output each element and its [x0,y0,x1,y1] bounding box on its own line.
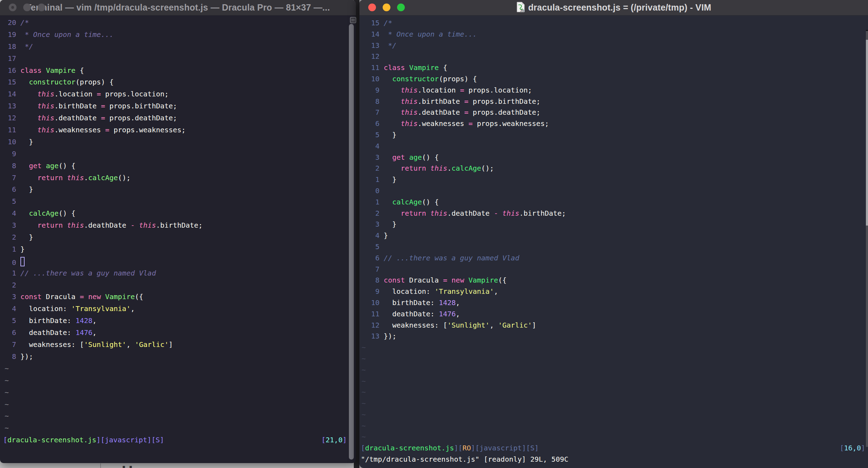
code-line[interactable]: 8 get age() { [0,160,356,172]
code-line[interactable]: 19 * Once upon a time... [0,29,356,41]
code-line[interactable]: 4} [359,230,868,241]
minimize-button[interactable] [23,4,31,11]
minimize-button[interactable] [383,4,390,11]
tilde-marker: ~ [362,343,366,352]
token: ({ [135,292,143,301]
terminal-titlebar[interactable]: Terminal — vim /tmp/dracula-screenshot.j… [0,0,356,15]
code-line[interactable]: 2 return this.calcAge(); [359,163,868,174]
code-line[interactable]: 8 this.birthDate = props.birthDate; [359,96,868,107]
code-line[interactable]: 10 } [0,136,356,148]
code-line[interactable]: 3 return this.deathDate - this.birthDate… [0,220,356,232]
code-line[interactable]: 0 [0,255,356,267]
code-line[interactable]: 10 constructor(props) { [359,74,868,85]
token: */ [20,42,33,51]
code-line[interactable]: 5 [0,196,356,208]
token [63,221,67,229]
code-line[interactable]: 13 this.birthDate = props.birthDate; [0,100,356,112]
token: { [439,63,447,72]
line-number: 4 [371,230,379,241]
code-line[interactable]: 12 weaknesses: ['Sunlight', 'Garlic'] [359,320,868,331]
code-line[interactable]: 12 [359,51,868,62]
line-number: 15 [371,18,379,29]
token: .birthDate [54,102,101,110]
code-line[interactable]: 7 weaknesses: ['Sunlight', 'Garlic'] [0,339,356,351]
code-line[interactable]: 11class Vampire { [359,62,868,74]
token: 1476 [76,328,92,337]
code-line[interactable]: 17 [0,53,356,65]
code-line[interactable]: 3 get age() { [359,152,868,163]
line-number: 3 [8,220,16,232]
code-line[interactable]: 12 this.deathDate = props.deathDate; [0,112,356,124]
code-line[interactable]: 5 } [359,129,868,141]
token: [ [321,436,326,444]
zoom-button[interactable] [397,4,405,11]
code-line[interactable]: 14 * Once upon a time... [359,29,868,40]
line-number: 6 [371,118,379,129]
token [426,209,430,217]
macvim-scrollbar[interactable] [866,40,868,226]
token: 21,0 [326,436,343,444]
code-line[interactable]: 4 location: 'Transylvania', [0,303,356,315]
code-line[interactable]: 11 deathDate: 1476, [359,309,868,320]
token: , [456,310,460,318]
code-line[interactable]: 6 deathDate: 1476, [0,327,356,339]
macvim-titlebar[interactable]: JS dracula-screenshot.js = (/private/tmp… [359,0,868,15]
code-line[interactable]: 7 [359,264,868,275]
code-line[interactable]: 2 return this.deathDate - this.birthDate… [359,208,868,219]
close-button[interactable] [368,4,376,11]
code-line[interactable]: 15/* [359,18,868,29]
line-number: 0 [371,185,379,197]
code-line[interactable]: 3 } [359,219,868,230]
zoom-button[interactable] [38,4,45,11]
code-line[interactable]: 14 this.location = props.location; [0,88,356,100]
code-line[interactable]: 2 [0,279,356,291]
tilde-marker: ~ [5,400,9,409]
code-line[interactable]: 1// ...there was a guy named Vlad [0,267,356,279]
line-number: 2 [8,279,16,291]
code-line[interactable]: 7 this.deathDate = props.deathDate; [359,107,868,118]
split-pane-icon[interactable] [350,17,356,23]
code-line[interactable]: 9 this.location = props.location; [359,85,868,96]
line-number: 10 [8,136,16,148]
code-line[interactable]: 9 [0,148,356,160]
code-line[interactable]: 6 this.weaknesses = props.weaknesses; [359,118,868,129]
code-line[interactable]: 7 return this.calcAge(); [0,172,356,184]
code-line[interactable]: 5 [359,241,868,253]
terminal-scrollbar[interactable] [349,24,354,460]
token: 1428 [76,316,92,325]
token [20,114,37,122]
code-line[interactable]: 8}); [0,351,356,363]
code-line[interactable]: 13 */ [359,40,868,51]
macvim-buffer[interactable]: 15/*14 * Once upon a time...13 */1211cla… [359,15,868,468]
code-line[interactable]: 1} [0,244,356,255]
code-line[interactable]: 18 */ [0,41,356,53]
code-line[interactable]: 4 calcAge() { [0,208,356,220]
code-line[interactable]: 15 constructor(props) { [0,76,356,88]
code-line[interactable]: 6// ...there was a guy named Vlad [359,253,868,264]
code-text: } [20,233,33,241]
code-line[interactable]: 16class Vampire { [0,65,356,77]
terminal-vim-buffer[interactable]: 20/*19 * Once upon a time...18 */1716cla… [0,15,356,463]
token [384,153,392,162]
code-line[interactable]: 9 location: 'Transylvania', [359,286,868,297]
token: } [384,175,396,184]
code-line[interactable]: 1 } [359,174,868,185]
code-line[interactable]: 13}); [359,331,868,342]
token: /* [20,18,29,27]
token: return [37,221,63,229]
code-line[interactable]: 4 [359,141,868,152]
close-button[interactable] [9,4,17,11]
code-line[interactable]: 5 birthDate: 1428, [0,315,356,327]
code-line[interactable]: 6 } [0,184,356,196]
token: ] [169,340,173,349]
code-line[interactable]: 3const Dracula = new Vampire({ [0,291,356,303]
js-file-icon[interactable]: JS [516,2,525,14]
macvim-window: JS dracula-screenshot.js = (/private/tmp… [359,0,868,468]
code-line[interactable]: 20/* [0,17,356,29]
code-line[interactable]: 8const Dracula = new Vampire({ [359,275,868,286]
code-line[interactable]: 0 [359,185,868,197]
code-line[interactable]: 11 this.weaknesses = props.weaknesses; [0,124,356,136]
code-line[interactable]: 10 birthDate: 1428, [359,297,868,309]
code-line[interactable]: 1 calcAge() { [359,197,868,208]
code-line[interactable]: 2 } [0,232,356,244]
